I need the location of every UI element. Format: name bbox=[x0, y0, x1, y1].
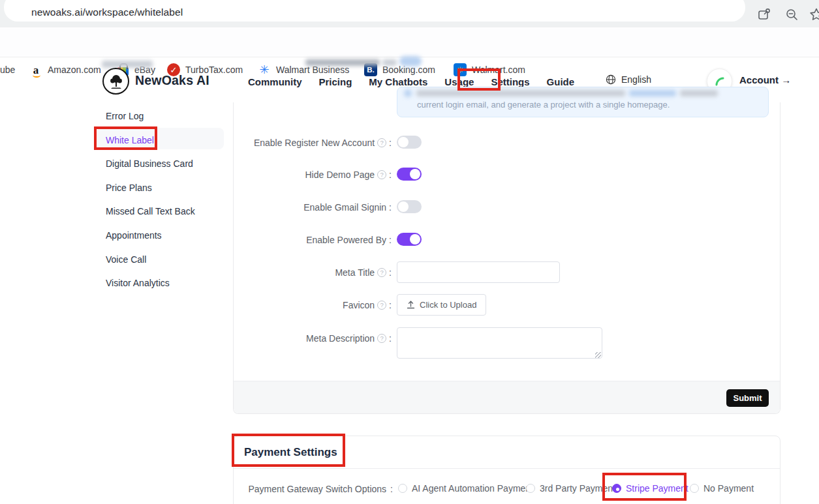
share-icon[interactable] bbox=[757, 7, 771, 22]
field-label-hide-demo-page: Hide Demo Page: bbox=[235, 170, 392, 180]
radio-3rd-party-payment[interactable]: 3rd Party Payment bbox=[526, 483, 615, 494]
field-label-enable-register: Enable Register New Account: bbox=[235, 138, 392, 148]
payment-gateway-options-label: Payment Gateway Switch Options : bbox=[235, 484, 393, 494]
radio-stripe-payment[interactable]: Stripe Payment bbox=[612, 483, 688, 494]
globe-icon bbox=[606, 74, 616, 85]
sidebar-item-digital-business-card[interactable]: Digital Business Card bbox=[106, 158, 193, 169]
nav-pricing[interactable]: Pricing bbox=[319, 76, 352, 87]
upload-icon bbox=[407, 301, 415, 309]
favorites-star-icon[interactable] bbox=[809, 7, 819, 22]
redacted-text bbox=[382, 59, 397, 66]
nav-my-chatbots[interactable]: My Chatbots bbox=[369, 76, 427, 87]
radio-circle-selected[interactable] bbox=[612, 484, 621, 493]
radio-label: No Payment bbox=[703, 483, 754, 494]
phone-icon bbox=[713, 75, 726, 88]
redacted-toggle bbox=[399, 56, 422, 67]
help-icon[interactable] bbox=[377, 334, 386, 343]
redacted-banner-link bbox=[629, 90, 676, 96]
bookmarks-bar: ube a Amazon.com eBay ✓ TurboTax.com ✳ W… bbox=[0, 27, 819, 57]
nav-community[interactable]: Community bbox=[248, 76, 302, 87]
toggle-gmail-signin[interactable] bbox=[397, 200, 422, 213]
browser-toolbar: newoaks.ai/workspace/whitelabel bbox=[0, 0, 819, 27]
field-label-meta-title: Meta Title: bbox=[235, 267, 392, 278]
amazon-icon: a bbox=[29, 63, 42, 76]
zoom-out-icon[interactable] bbox=[785, 8, 799, 22]
favicon-upload-button[interactable]: Click to Upload bbox=[397, 294, 486, 316]
divider bbox=[234, 468, 780, 469]
meta-title-input[interactable] bbox=[397, 261, 560, 283]
redacted-text bbox=[305, 59, 380, 66]
help-icon[interactable] bbox=[377, 138, 386, 147]
help-icon[interactable] bbox=[377, 268, 386, 277]
sidebar-item-price-plans[interactable]: Price Plans bbox=[106, 183, 152, 193]
brand-title: NewOaks AI bbox=[135, 73, 209, 88]
nav-guide[interactable]: Guide bbox=[547, 76, 575, 87]
redacted-banner-text bbox=[680, 90, 718, 96]
sidebar-item-missed-call-text-back[interactable]: Missed Call Text Back bbox=[106, 206, 195, 216]
submit-button[interactable]: Submit bbox=[726, 389, 769, 407]
upload-button-label: Click to Upload bbox=[420, 300, 476, 310]
nav-usage[interactable]: Usage bbox=[444, 76, 474, 87]
whitelabel-form-card bbox=[233, 102, 780, 414]
sidebar-item-error-log[interactable]: Error Log bbox=[106, 111, 144, 121]
info-icon bbox=[404, 89, 412, 97]
sidebar-item-white-label[interactable]: White Label bbox=[106, 135, 154, 145]
field-label-gmail-signin: Enable Gmail Signin: bbox=[235, 202, 392, 213]
field-label-powered-by: Enable Powered By: bbox=[235, 235, 392, 245]
radio-label: AI Agent Automation Payment bbox=[412, 483, 533, 494]
toggle-hide-demo-page[interactable] bbox=[397, 168, 422, 181]
textarea-resize-handle[interactable] bbox=[595, 352, 601, 358]
meta-description-textarea[interactable] bbox=[397, 327, 602, 359]
sidebar-item-appointments[interactable]: Appointments bbox=[106, 230, 162, 241]
radio-circle[interactable] bbox=[526, 484, 535, 493]
radio-label: Stripe Payment bbox=[626, 483, 688, 494]
field-label-favicon: Favicon: bbox=[235, 300, 392, 310]
info-banner: current login email, and generate a proj… bbox=[397, 87, 769, 117]
bookmark-youtube[interactable]: ube bbox=[0, 61, 15, 78]
account-link[interactable]: Account → bbox=[739, 74, 791, 85]
sidebar-item-visitor-analytics[interactable]: Visitor Analytics bbox=[106, 278, 170, 288]
help-icon[interactable] bbox=[377, 301, 386, 310]
radio-label: 3rd Party Payment bbox=[540, 483, 615, 494]
banner-text: current login email, and generate a proj… bbox=[417, 100, 670, 110]
language-selector[interactable]: English bbox=[606, 74, 651, 85]
radio-circle[interactable] bbox=[690, 484, 699, 493]
bookmark-amazon[interactable]: a Amazon.com bbox=[29, 61, 101, 78]
help-icon[interactable] bbox=[377, 170, 386, 179]
redacted-banner-text bbox=[416, 90, 625, 96]
nav-settings[interactable]: Settings bbox=[491, 76, 529, 87]
toggle-powered-by[interactable] bbox=[397, 233, 422, 246]
toggle-enable-register[interactable] bbox=[397, 136, 422, 149]
redacted-text bbox=[102, 61, 153, 68]
field-label-meta-description: Meta Description: bbox=[235, 333, 392, 344]
form-footer bbox=[234, 381, 780, 413]
radio-no-payment[interactable]: No Payment bbox=[690, 483, 754, 494]
oak-tree-icon bbox=[106, 72, 126, 91]
sidebar-item-voice-call[interactable]: Voice Call bbox=[106, 254, 146, 265]
bookmark-label: Amazon.com bbox=[48, 65, 101, 75]
radio-ai-agent-automation-payment[interactable]: AI Agent Automation Payment bbox=[398, 483, 533, 494]
bookmark-label: ube bbox=[0, 65, 15, 75]
address-url[interactable]: newoaks.ai/workspace/whitelabel bbox=[31, 7, 183, 18]
newoaks-logo[interactable] bbox=[102, 68, 129, 95]
radio-circle[interactable] bbox=[398, 484, 407, 493]
language-label: English bbox=[621, 74, 651, 85]
screenshot-frame: newoaks.ai/workspace/whitelabel ube bbox=[0, 0, 819, 504]
payment-settings-title: Payment Settings bbox=[244, 446, 337, 459]
